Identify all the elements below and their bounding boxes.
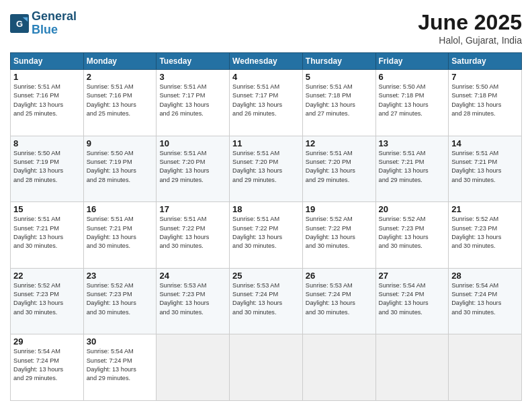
day-info: Sunrise: 5:51 AMSunset: 7:17 PMDaylight:… [159, 83, 226, 118]
col-header-saturday: Saturday [449, 53, 522, 70]
day-info: Sunrise: 5:51 AMSunset: 7:16 PMDaylight:… [13, 83, 81, 118]
day-info: Sunrise: 5:51 AMSunset: 7:17 PMDaylight:… [232, 83, 300, 118]
table-row: 18Sunrise: 5:51 AMSunset: 7:22 PMDayligh… [230, 202, 303, 269]
table-row: 10Sunrise: 5:51 AMSunset: 7:20 PMDayligh… [157, 136, 230, 202]
day-info: Sunrise: 5:53 AMSunset: 7:24 PMDaylight:… [306, 281, 373, 317]
day-info: Sunrise: 5:51 AMSunset: 7:20 PMDaylight:… [232, 149, 300, 185]
day-info: Sunrise: 5:54 AMSunset: 7:24 PMDaylight:… [13, 347, 81, 383]
day-number: 6 [379, 72, 446, 82]
table-row: 20Sunrise: 5:52 AMSunset: 7:23 PMDayligh… [375, 202, 449, 269]
day-info: Sunrise: 5:50 AMSunset: 7:19 PMDaylight:… [13, 149, 81, 185]
table-row [230, 334, 303, 401]
col-header-tuesday: Tuesday [157, 53, 230, 70]
day-info: Sunrise: 5:52 AMSunset: 7:22 PMDaylight:… [306, 215, 373, 250]
table-row: 30Sunrise: 5:54 AMSunset: 7:24 PMDayligh… [83, 334, 157, 401]
day-number: 17 [159, 204, 226, 214]
day-info: Sunrise: 5:51 AMSunset: 7:21 PMDaylight:… [13, 215, 81, 250]
col-header-monday: Monday [83, 53, 157, 70]
day-number: 10 [159, 138, 226, 148]
table-row: 7Sunrise: 5:50 AMSunset: 7:18 PMDaylight… [449, 70, 522, 136]
table-row: 8Sunrise: 5:50 AMSunset: 7:19 PMDaylight… [11, 136, 84, 202]
table-row: 24Sunrise: 5:53 AMSunset: 7:23 PMDayligh… [157, 268, 230, 334]
day-number: 2 [87, 72, 154, 82]
day-number: 11 [232, 138, 300, 148]
day-info: Sunrise: 5:50 AMSunset: 7:18 PMDaylight:… [379, 83, 446, 118]
day-number: 24 [159, 271, 226, 281]
day-info: Sunrise: 5:51 AMSunset: 7:22 PMDaylight:… [159, 215, 226, 250]
table-row: 6Sunrise: 5:50 AMSunset: 7:18 PMDaylight… [375, 70, 449, 136]
col-header-sunday: Sunday [11, 53, 84, 70]
logo-line1: General [32, 10, 77, 24]
location: Halol, Gujarat, India [418, 35, 522, 46]
logo-line2: Blue [32, 24, 77, 37]
day-number: 20 [379, 204, 446, 214]
title-block: June 2025 Halol, Gujarat, India [418, 10, 522, 46]
day-number: 13 [379, 138, 446, 148]
day-number: 23 [87, 271, 154, 281]
svg-text:G: G [16, 18, 23, 28]
day-info: Sunrise: 5:51 AMSunset: 7:21 PMDaylight:… [451, 149, 519, 185]
table-row: 13Sunrise: 5:51 AMSunset: 7:21 PMDayligh… [375, 136, 449, 202]
month-title: June 2025 [418, 10, 522, 35]
col-header-friday: Friday [375, 53, 449, 70]
day-info: Sunrise: 5:54 AMSunset: 7:24 PMDaylight:… [451, 281, 519, 317]
day-info: Sunrise: 5:52 AMSunset: 7:23 PMDaylight:… [379, 215, 446, 250]
table-row: 15Sunrise: 5:51 AMSunset: 7:21 PMDayligh… [11, 202, 84, 269]
table-row: 1Sunrise: 5:51 AMSunset: 7:16 PMDaylight… [11, 70, 84, 136]
col-header-wednesday: Wednesday [230, 53, 303, 70]
table-row [375, 334, 449, 401]
day-info: Sunrise: 5:52 AMSunset: 7:23 PMDaylight:… [451, 215, 519, 250]
day-number: 22 [13, 271, 81, 281]
day-info: Sunrise: 5:53 AMSunset: 7:23 PMDaylight:… [159, 281, 226, 317]
day-number: 19 [306, 204, 373, 214]
day-info: Sunrise: 5:50 AMSunset: 7:18 PMDaylight:… [451, 83, 519, 118]
table-row: 3Sunrise: 5:51 AMSunset: 7:17 PMDaylight… [157, 70, 230, 136]
table-row: 22Sunrise: 5:52 AMSunset: 7:23 PMDayligh… [11, 268, 84, 334]
table-row: 25Sunrise: 5:53 AMSunset: 7:24 PMDayligh… [230, 268, 303, 334]
day-number: 26 [306, 271, 373, 281]
day-number: 1 [13, 72, 81, 82]
day-info: Sunrise: 5:51 AMSunset: 7:18 PMDaylight:… [306, 83, 373, 118]
day-number: 28 [451, 271, 519, 281]
table-row: 5Sunrise: 5:51 AMSunset: 7:18 PMDaylight… [302, 70, 375, 136]
calendar-table: SundayMondayTuesdayWednesdayThursdayFrid… [10, 52, 522, 401]
day-number: 8 [13, 138, 81, 148]
day-number: 30 [87, 336, 154, 347]
table-row: 19Sunrise: 5:52 AMSunset: 7:22 PMDayligh… [302, 202, 375, 269]
table-row: 17Sunrise: 5:51 AMSunset: 7:22 PMDayligh… [157, 202, 230, 269]
table-row: 2Sunrise: 5:51 AMSunset: 7:16 PMDaylight… [83, 70, 157, 136]
day-number: 12 [306, 138, 373, 148]
col-header-thursday: Thursday [302, 53, 375, 70]
table-row: 26Sunrise: 5:53 AMSunset: 7:24 PMDayligh… [302, 268, 375, 334]
table-row: 14Sunrise: 5:51 AMSunset: 7:21 PMDayligh… [449, 136, 522, 202]
table-row: 28Sunrise: 5:54 AMSunset: 7:24 PMDayligh… [449, 268, 522, 334]
day-info: Sunrise: 5:54 AMSunset: 7:24 PMDaylight:… [87, 347, 154, 383]
table-row: 29Sunrise: 5:54 AMSunset: 7:24 PMDayligh… [11, 334, 84, 401]
day-number: 9 [87, 138, 154, 148]
day-number: 7 [451, 72, 519, 82]
table-row: 27Sunrise: 5:54 AMSunset: 7:24 PMDayligh… [375, 268, 449, 334]
day-number: 29 [13, 336, 81, 347]
day-info: Sunrise: 5:51 AMSunset: 7:16 PMDaylight:… [87, 83, 154, 118]
day-number: 15 [13, 204, 81, 214]
header: G General Blue June 2025 Halol, Gujarat,… [10, 10, 522, 46]
day-number: 5 [306, 72, 373, 82]
day-info: Sunrise: 5:52 AMSunset: 7:23 PMDaylight:… [13, 281, 81, 317]
day-info: Sunrise: 5:51 AMSunset: 7:20 PMDaylight:… [159, 149, 226, 185]
day-info: Sunrise: 5:51 AMSunset: 7:21 PMDaylight:… [87, 215, 154, 250]
day-number: 4 [232, 72, 300, 82]
table-row: 4Sunrise: 5:51 AMSunset: 7:17 PMDaylight… [230, 70, 303, 136]
day-info: Sunrise: 5:50 AMSunset: 7:19 PMDaylight:… [87, 149, 154, 185]
table-row: 21Sunrise: 5:52 AMSunset: 7:23 PMDayligh… [449, 202, 522, 269]
day-number: 18 [232, 204, 300, 214]
day-number: 16 [87, 204, 154, 214]
table-row: 9Sunrise: 5:50 AMSunset: 7:19 PMDaylight… [83, 136, 157, 202]
table-row: 12Sunrise: 5:51 AMSunset: 7:20 PMDayligh… [302, 136, 375, 202]
day-info: Sunrise: 5:54 AMSunset: 7:24 PMDaylight:… [379, 281, 446, 317]
day-info: Sunrise: 5:51 AMSunset: 7:21 PMDaylight:… [379, 149, 446, 185]
table-row: 23Sunrise: 5:52 AMSunset: 7:23 PMDayligh… [83, 268, 157, 334]
day-info: Sunrise: 5:52 AMSunset: 7:23 PMDaylight:… [87, 281, 154, 317]
logo: G General Blue [10, 10, 77, 37]
day-number: 3 [159, 72, 226, 82]
page: G General Blue June 2025 Halol, Gujarat,… [0, 0, 532, 411]
